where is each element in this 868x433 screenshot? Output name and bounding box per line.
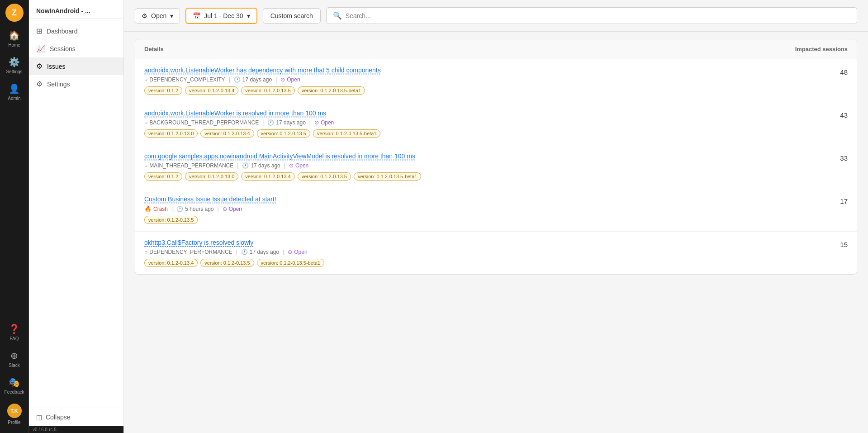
- issue-details: Custom Business Issue Issue detected at …: [144, 195, 830, 224]
- sidebar-item-settings[interactable]: ⚙ Settings: [29, 75, 123, 93]
- table-header: Details Impacted sessions: [135, 39, 857, 59]
- issue-title: Custom Business Issue Issue detected at …: [144, 195, 830, 203]
- settings-icon: ⚙️: [9, 57, 20, 67]
- issue-details: androidx.work.ListenableWorker is resolv…: [144, 109, 830, 138]
- issue-count: 48: [830, 67, 848, 76]
- sidebar-sessions-label: Sessions: [50, 45, 76, 52]
- left-navigation: Z 🏠 Home ⚙️ Settings 👤 Admin ❓ FAQ ⊕ Sla…: [0, 0, 29, 433]
- issue-time-label: 17 days ago: [251, 162, 280, 169]
- version-tag: version: 0.1.2-0.13.5: [257, 129, 310, 138]
- nav-faq-label: FAQ: [9, 336, 19, 341]
- version-tag: version: 0.1.2: [144, 172, 182, 181]
- collapse-icon: ◫: [36, 414, 42, 421]
- table-row[interactable]: androidx.work.ListenableWorker is resolv…: [135, 102, 857, 145]
- issue-time-label: 17 days ago: [250, 249, 279, 255]
- version-tag: version: 0.1.2-0.13.4: [185, 86, 238, 95]
- sidebar-dashboard-label: Dashboard: [47, 28, 78, 35]
- settings-menu-icon: ⚙: [36, 80, 43, 88]
- issues-table: Details Impacted sessions androidx.work.…: [135, 39, 857, 275]
- issue-time-label: 17 days ago: [242, 76, 272, 83]
- version-tag: version: 0.1.2-0.13.5-beta1: [354, 172, 421, 181]
- date-range-button[interactable]: 📅 Jul 1 - Dec 30 ▾: [185, 8, 257, 24]
- collapse-label: Collapse: [46, 414, 70, 421]
- table-row[interactable]: okhttp3.Call$Factory is resolved slowly …: [135, 232, 857, 274]
- status-icon: ⊙: [223, 206, 227, 212]
- issue-details: androidx.work.ListenableWorker has depen…: [144, 67, 830, 95]
- date-chevron-icon: ▾: [247, 12, 250, 19]
- col-details: Details: [144, 46, 164, 52]
- nav-item-settings[interactable]: ⚙️ Settings: [0, 52, 29, 79]
- table-row[interactable]: Custom Business Issue Issue detected at …: [135, 188, 857, 232]
- issue-title: androidx.work.ListenableWorker is resolv…: [144, 109, 830, 117]
- issue-meta: ○ MAIN_THREAD_PERFORMANCE | 🕐 17 days ag…: [144, 162, 830, 169]
- custom-search-button[interactable]: Custom search: [263, 8, 321, 24]
- app-logo[interactable]: Z: [5, 4, 24, 22]
- nav-item-profile[interactable]: T.K Profile: [0, 399, 29, 429]
- issue-type-label: DEPENDENCY_PERFORMANCE: [149, 249, 232, 255]
- sidebar-collapse-button[interactable]: ◫ Collapse: [29, 408, 123, 426]
- version-tag: version: 0.1.2-0.13.5: [200, 259, 254, 267]
- nav-slack-label: Slack: [9, 363, 19, 368]
- content-area: Details Impacted sessions androidx.work.…: [124, 32, 868, 433]
- fire-icon: 🔥: [144, 205, 152, 212]
- clock-icon: 🕐: [241, 249, 248, 255]
- search-input[interactable]: [346, 12, 850, 19]
- date-range-label: Jul 1 - Dec 30: [204, 12, 243, 19]
- table-row[interactable]: com.google.samples.apps.nowinandroid.Mai…: [135, 145, 857, 188]
- filter-icon: ⚙: [142, 12, 147, 19]
- nav-feedback-label: Feedback: [5, 390, 24, 395]
- issue-status: ⊙ Open: [223, 206, 242, 212]
- sidebar-item-issues[interactable]: ⚙ Issues: [29, 57, 123, 75]
- nav-item-admin[interactable]: 👤 Admin: [0, 79, 29, 105]
- nav-settings-label: Settings: [6, 69, 22, 74]
- nav-item-home[interactable]: 🏠 Home: [0, 25, 29, 52]
- clock-icon: 🕐: [242, 162, 249, 169]
- issue-time: 🕐 17 days ago: [234, 76, 272, 83]
- sidebar: NowInAndroid - ... ⊞ Dashboard 📈 Session…: [29, 0, 124, 433]
- status-icon: ⊙: [289, 162, 294, 169]
- version-tag: version: 0.1.2-0.13.0: [144, 129, 198, 138]
- issue-meta: ○ DEPENDENCY_PERFORMANCE | 🕐 17 days ago…: [144, 249, 830, 255]
- issue-title: com.google.samples.apps.nowinandroid.Mai…: [144, 152, 830, 160]
- issue-count: 15: [830, 239, 848, 248]
- issue-time: 🕐 17 days ago: [267, 119, 305, 126]
- version-tag: version: 0.1.2-0.13.5-beta1: [298, 86, 365, 95]
- issue-type: ○ DEPENDENCY_COMPLEXITY: [144, 76, 225, 83]
- issue-title: okhttp3.Call$Factory is resolved slowly: [144, 239, 830, 246]
- issue-status: ⊙ Open: [289, 162, 308, 169]
- version-tags: version: 0.1.2-0.13.4 version: 0.1.2-0.1…: [144, 259, 830, 267]
- sessions-icon: 📈: [36, 44, 45, 53]
- issue-title: androidx.work.ListenableWorker has depen…: [144, 67, 830, 74]
- type-circle-icon: ○: [144, 76, 147, 83]
- nav-admin-label: Admin: [8, 96, 20, 101]
- open-filter-button[interactable]: ⚙ Open ▾: [135, 8, 180, 24]
- status-label: Open: [295, 162, 308, 169]
- toolbar: ⚙ Open ▾ 📅 Jul 1 - Dec 30 ▾ Custom searc…: [124, 0, 868, 32]
- nav-item-faq[interactable]: ❓ FAQ: [0, 319, 29, 346]
- status-icon: ⊙: [288, 249, 292, 255]
- issue-count: 17: [830, 195, 848, 205]
- version-tag: version: 0.1.2-0.13.4: [144, 259, 198, 267]
- table-row[interactable]: androidx.work.ListenableWorker has depen…: [135, 59, 857, 102]
- issue-type-label: BACKGROUND_THREAD_PERFORMANCE: [149, 119, 259, 126]
- sidebar-item-sessions[interactable]: 📈 Sessions: [29, 40, 123, 57]
- version-tag: version: 0.1.2-0.13.5: [298, 172, 351, 181]
- nav-profile-label: Profile: [8, 420, 20, 425]
- search-bar[interactable]: 🔍: [326, 7, 857, 24]
- version-tags: version: 0.1.2 version: 0.1.2-0.13.4 ver…: [144, 86, 830, 95]
- version-tag: version: 0.1.2: [144, 86, 182, 95]
- sidebar-item-dashboard[interactable]: ⊞ Dashboard: [29, 22, 123, 40]
- issue-count: 43: [830, 109, 848, 119]
- nav-item-feedback[interactable]: 🎭 Feedback: [0, 372, 29, 399]
- issue-time: 🕐 17 days ago: [241, 249, 279, 255]
- nav-item-slack[interactable]: ⊕ Slack: [0, 346, 29, 372]
- status-label: Open: [321, 119, 334, 126]
- issue-type: ○ BACKGROUND_THREAD_PERFORMANCE: [144, 119, 259, 126]
- version-tag: version: 0.1.2-0.13.5-beta1: [257, 259, 324, 267]
- crash-label: Crash: [153, 206, 168, 212]
- issue-meta: ○ BACKGROUND_THREAD_PERFORMANCE | 🕐 17 d…: [144, 119, 830, 126]
- issue-type-crash: 🔥 Crash: [144, 205, 168, 212]
- calendar-icon: 📅: [193, 12, 200, 19]
- filter-chevron-icon: ▾: [170, 12, 173, 19]
- status-icon: ⊙: [280, 76, 285, 83]
